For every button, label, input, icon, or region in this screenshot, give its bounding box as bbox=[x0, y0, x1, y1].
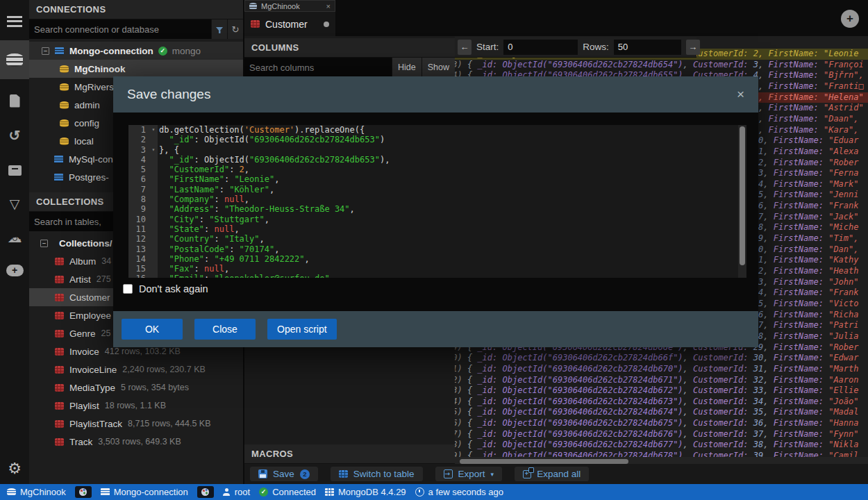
close-icon[interactable]: × bbox=[326, 2, 331, 10]
database-icon bbox=[60, 119, 69, 127]
document-row[interactable]: 38) { _id: ObjectId("69306406d262cb27824… bbox=[455, 440, 868, 451]
connection-item[interactable]: −Mongo-connection✓mongo bbox=[29, 42, 243, 60]
fold-icon[interactable]: ▾ bbox=[149, 125, 158, 135]
rows-input[interactable] bbox=[614, 40, 681, 55]
scrollbar-thumb[interactable] bbox=[740, 126, 745, 265]
macros-header: MACROS bbox=[244, 444, 455, 464]
checkbox-icon[interactable] bbox=[123, 284, 133, 294]
collapse-icon[interactable]: − bbox=[40, 240, 48, 247]
expand-all-icon bbox=[523, 470, 531, 478]
export-button[interactable]: Export ▾ bbox=[435, 467, 503, 481]
document-row[interactable]: 37) { _id: ObjectId("69306406d262cb27824… bbox=[455, 429, 868, 440]
close-icon[interactable]: × bbox=[737, 87, 744, 102]
code-line: 4 "_id": ObjectId("69306406d262cb27824db… bbox=[128, 155, 746, 165]
gear-icon[interactable]: ⚙ bbox=[0, 453, 29, 485]
add-pill-icon[interactable]: + bbox=[0, 254, 29, 286]
code-line: 12 "Country": "Italy", bbox=[128, 234, 746, 244]
document-row[interactable]: 32) { _id: ObjectId("69306406d262cb27824… bbox=[455, 375, 868, 386]
tab-customer[interactable]: Customer bbox=[244, 12, 335, 36]
table-icon bbox=[55, 402, 64, 410]
status-version: MongoDB 4.4.29 bbox=[325, 487, 406, 497]
collection-item-playlist[interactable]: Playlist18 rows, 1.1 KB bbox=[29, 397, 243, 415]
switch-to-table-button[interactable]: Switch to table bbox=[331, 467, 423, 481]
document-row[interactable]: 3) { _id: ObjectId("69306406d262cb27824d… bbox=[455, 60, 868, 71]
status-connection[interactable]: Mongo-connection bbox=[101, 487, 188, 497]
fold-icon bbox=[149, 215, 158, 224]
pager-toolbar: ← Start: Rows: → bbox=[455, 37, 696, 58]
fold-icon[interactable]: ▾ bbox=[149, 145, 158, 155]
collection-item-mediatype[interactable]: MediaType5 rows, 354 bytes bbox=[29, 378, 243, 397]
new-tab-button[interactable]: + bbox=[841, 10, 859, 28]
dont-ask-again-checkbox[interactable]: Don't ask again bbox=[123, 283, 208, 294]
app-window: ↺ ▽ ☁ + ⚙ CONNECTIONS ↻ −Mongo-connectio… bbox=[0, 0, 868, 500]
history-icon[interactable]: ↺ bbox=[0, 119, 29, 151]
page-forward-button[interactable]: → bbox=[686, 40, 700, 55]
table-icon bbox=[55, 420, 64, 428]
save-button[interactable]: Save 2 bbox=[250, 467, 318, 481]
tab-group-mgchinook[interactable]: MgChinook × bbox=[244, 0, 335, 12]
page-back-button[interactable]: ← bbox=[458, 40, 471, 55]
document-row[interactable]: 31) { _id: ObjectId("69306406d262cb27824… bbox=[455, 364, 868, 375]
start-label: Start: bbox=[476, 42, 499, 52]
cloud-search-icon[interactable]: ☁ bbox=[0, 221, 29, 253]
collapse-icon[interactable]: − bbox=[42, 47, 49, 55]
collection-item-invoiceline[interactable]: InvoiceLine2,240 rows, 230.7 KB bbox=[29, 360, 243, 378]
hide-button[interactable]: Hide bbox=[392, 58, 422, 77]
fold-icon bbox=[149, 204, 158, 214]
server-icon bbox=[54, 174, 63, 181]
tab-bar: MgChinook × Customer + bbox=[244, 0, 868, 36]
document-row[interactable]: 36) { _id: ObjectId("69306406d262cb27824… bbox=[455, 418, 868, 429]
database-color-chip[interactable] bbox=[75, 486, 92, 498]
database-icon bbox=[60, 138, 69, 145]
connection-color-chip[interactable] bbox=[197, 486, 214, 498]
tab-customer-label: Customer bbox=[265, 19, 308, 30]
script-editor[interactable]: 1▾db.getCollection('Customer').replaceOn… bbox=[128, 125, 746, 278]
connected-check-icon: ✓ bbox=[158, 47, 167, 56]
archive-icon[interactable] bbox=[0, 154, 29, 186]
table-icon bbox=[251, 20, 260, 28]
file-nav-icon[interactable] bbox=[0, 85, 29, 117]
fold-icon bbox=[149, 244, 158, 254]
code-line: 11 "State": null, bbox=[128, 224, 746, 234]
database-icon bbox=[249, 3, 257, 10]
collection-item-track[interactable]: Track3,503 rows, 649.3 KB bbox=[29, 433, 243, 451]
database-item[interactable]: MgChinook bbox=[29, 60, 243, 78]
database-nav-icon[interactable] bbox=[0, 40, 29, 79]
document-row[interactable]: 35) { _id: ObjectId("69306406d262cb27824… bbox=[455, 407, 868, 418]
filter-icon[interactable] bbox=[211, 19, 227, 39]
code-line: 15 "Fax": null, bbox=[128, 264, 746, 274]
collection-item-playlisttrack[interactable]: PlaylistTrack8,715 rows, 444.5 KB bbox=[29, 415, 243, 433]
table-icon bbox=[55, 330, 64, 338]
editor-scrollbar[interactable] bbox=[738, 125, 746, 278]
fold-icon bbox=[149, 264, 158, 274]
fold-icon bbox=[149, 135, 158, 144]
connections-search-input[interactable] bbox=[29, 19, 211, 39]
columns-search-input[interactable] bbox=[244, 58, 392, 77]
filter-triangle-icon[interactable]: ▽ bbox=[0, 188, 29, 219]
chevron-down-icon: ▾ bbox=[491, 471, 494, 478]
document-row[interactable]: 34) { _id: ObjectId("69306406d262cb27824… bbox=[455, 397, 868, 408]
code-line: 3▾}, { bbox=[128, 145, 746, 155]
open-script-button[interactable]: Open script bbox=[267, 319, 337, 340]
save-changes-modal: Save changes × 1▾db.getCollection('Custo… bbox=[113, 76, 758, 347]
close-button[interactable]: Close bbox=[194, 319, 256, 340]
table-icon bbox=[55, 438, 64, 446]
expand-all-button[interactable]: Expand all bbox=[515, 467, 589, 481]
table-icon bbox=[339, 470, 348, 478]
document-row[interactable]: 30) { _id: ObjectId("69306406d262cb27824… bbox=[455, 353, 868, 364]
refresh-icon[interactable]: ↻ bbox=[227, 19, 243, 39]
connections-search-row: ↻ bbox=[29, 19, 243, 39]
left-rail: ↺ ▽ ☁ + ⚙ bbox=[0, 0, 29, 484]
ok-button[interactable]: OK bbox=[122, 319, 183, 340]
fold-icon bbox=[149, 224, 158, 234]
columns-search-row: Hide Show bbox=[244, 58, 455, 77]
show-button[interactable]: Show bbox=[422, 58, 455, 77]
status-database[interactable]: MgChinook bbox=[7, 487, 66, 497]
fold-icon bbox=[149, 174, 158, 184]
document-row[interactable]: 33) { _id: ObjectId("69306406d262cb27824… bbox=[455, 385, 868, 397]
scrollbar-thumb[interactable] bbox=[460, 459, 628, 464]
menu-icon[interactable] bbox=[0, 6, 29, 38]
table-icon bbox=[55, 348, 64, 356]
start-input[interactable] bbox=[503, 40, 578, 55]
fold-icon bbox=[149, 254, 158, 264]
